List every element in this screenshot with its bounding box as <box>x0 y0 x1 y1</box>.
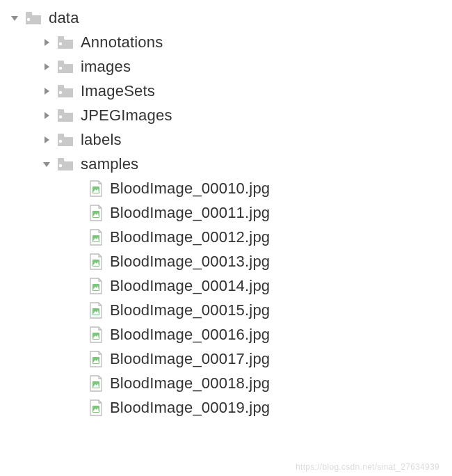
folder-icon <box>57 84 74 98</box>
tree-file-row[interactable]: BloodImage_00018.jpg <box>0 371 452 395</box>
svg-marker-3 <box>45 39 49 46</box>
svg-marker-6 <box>45 63 49 70</box>
chevron-down-icon[interactable] <box>42 159 51 169</box>
tree-item-label: JPEGImages <box>81 106 172 125</box>
svg-rect-4 <box>58 36 64 39</box>
tree-folder-row-data[interactable]: data <box>0 6 452 30</box>
tree-file-row[interactable]: BloodImage_00015.jpg <box>0 298 452 322</box>
tree-item-label: BloodImage_00013.jpg <box>110 253 270 271</box>
tree-item-label: BloodImage_00014.jpg <box>110 277 270 295</box>
folder-icon <box>57 60 74 74</box>
chevron-right-icon[interactable] <box>42 135 51 145</box>
folder-icon <box>57 133 74 147</box>
folder-icon <box>57 157 74 171</box>
svg-marker-18 <box>43 162 50 167</box>
chevron-right-icon[interactable] <box>42 86 51 96</box>
chevron-right-icon[interactable] <box>42 111 51 120</box>
chevron-right-icon[interactable] <box>42 62 51 72</box>
svg-point-11 <box>59 90 62 93</box>
svg-rect-1 <box>26 12 32 15</box>
tree-folder-row-jpegimages[interactable]: JPEGImages <box>0 103 452 127</box>
svg-point-20 <box>59 164 62 166</box>
image-file-icon <box>89 278 103 294</box>
tree-file-row[interactable]: BloodImage_00011.jpg <box>0 200 452 225</box>
folder-icon <box>57 35 74 49</box>
folder-icon <box>57 109 74 122</box>
tree-folder-row-images[interactable]: images <box>0 54 452 79</box>
svg-marker-15 <box>45 136 49 143</box>
tree-file-row[interactable]: BloodImage_00019.jpg <box>0 395 452 420</box>
tree-item-label: BloodImage_00012.jpg <box>110 228 270 246</box>
image-file-icon <box>89 326 103 343</box>
image-file-icon <box>89 351 103 367</box>
svg-rect-16 <box>58 134 64 136</box>
svg-rect-7 <box>58 61 64 63</box>
chevron-right-icon[interactable] <box>42 38 51 47</box>
tree-folder-row-samples[interactable]: samples <box>0 152 452 176</box>
tree-file-row[interactable]: BloodImage_00010.jpg <box>0 176 452 200</box>
svg-point-2 <box>27 17 30 20</box>
svg-rect-19 <box>58 158 64 161</box>
svg-point-8 <box>59 66 62 69</box>
tree-file-row[interactable]: BloodImage_00013.jpg <box>0 249 452 273</box>
tree-item-label: BloodImage_00011.jpg <box>110 204 270 222</box>
svg-point-5 <box>59 42 62 45</box>
svg-marker-9 <box>45 88 49 95</box>
image-file-icon <box>89 180 103 197</box>
tree-folder-row-imagesets[interactable]: ImageSets <box>0 79 452 103</box>
tree-item-label: images <box>81 58 131 76</box>
image-file-icon <box>89 375 103 392</box>
image-file-icon <box>89 229 103 246</box>
tree-item-label: BloodImage_00015.jpg <box>110 301 270 319</box>
svg-point-17 <box>59 139 62 142</box>
svg-marker-0 <box>11 16 18 21</box>
tree-file-row[interactable]: BloodImage_00016.jpg <box>0 322 452 347</box>
tree-folder-row-labels[interactable]: labels <box>0 127 452 152</box>
tree-item-label: samples <box>81 155 138 173</box>
svg-point-14 <box>59 115 62 118</box>
tree-item-label: labels <box>81 131 122 149</box>
image-file-icon <box>89 399 103 416</box>
tree-item-label: BloodImage_00010.jpg <box>110 180 270 198</box>
tree-file-row[interactable]: BloodImage_00014.jpg <box>0 273 452 298</box>
image-file-icon <box>89 253 103 270</box>
image-file-icon <box>89 205 103 221</box>
tree-item-label: data <box>49 9 79 27</box>
tree-item-label: ImageSets <box>81 82 155 100</box>
tree-item-label: BloodImage_00016.jpg <box>110 326 270 344</box>
folder-icon <box>25 11 42 25</box>
tree-item-label: Annotations <box>81 33 163 51</box>
svg-marker-12 <box>45 112 49 119</box>
image-file-icon <box>89 302 103 319</box>
svg-rect-10 <box>58 85 64 88</box>
tree-item-label: BloodImage_00019.jpg <box>110 399 270 417</box>
svg-rect-13 <box>58 109 64 112</box>
tree-item-label: BloodImage_00017.jpg <box>110 350 270 368</box>
tree-file-row[interactable]: BloodImage_00017.jpg <box>0 347 452 371</box>
chevron-down-icon[interactable] <box>10 13 19 23</box>
tree-folder-row-annotations[interactable]: Annotations <box>0 30 452 54</box>
tree-file-row[interactable]: BloodImage_00012.jpg <box>0 225 452 249</box>
tree-item-label: BloodImage_00018.jpg <box>110 374 270 392</box>
